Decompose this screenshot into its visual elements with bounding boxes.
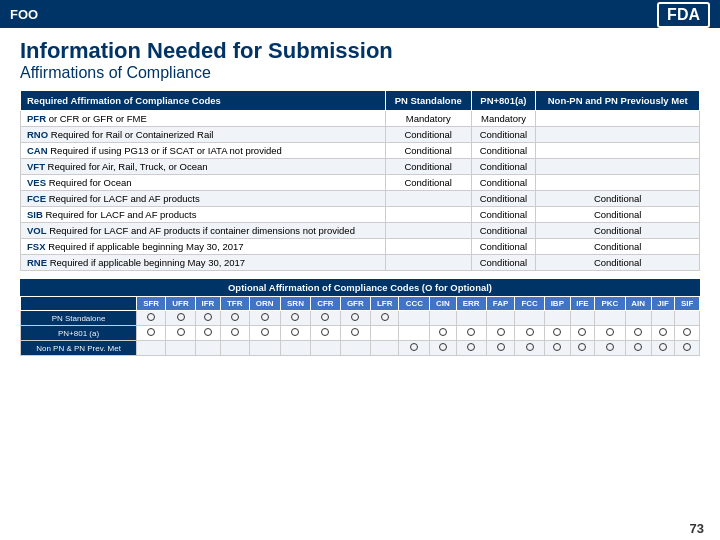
optional-cell (430, 341, 456, 356)
optional-cell (430, 326, 456, 341)
optional-cell (675, 326, 700, 341)
circle-icon (204, 328, 212, 336)
optional-cell (595, 326, 625, 341)
code-desc: Required if applicable beginning May 30,… (50, 257, 245, 268)
pn-cell (385, 191, 471, 207)
circle-icon (177, 313, 185, 321)
pn801-cell: Conditional (471, 223, 536, 239)
optional-cell (220, 326, 249, 341)
circle-icon (321, 328, 329, 336)
pn801-cell: Conditional (471, 127, 536, 143)
optional-col-header: IFE (570, 297, 595, 311)
optional-cell (515, 311, 545, 326)
circle-icon (683, 343, 691, 351)
code-abbr: VES (27, 177, 46, 188)
optional-cell (249, 341, 280, 356)
code-desc: Required for Rail or Containerized Rail (51, 129, 214, 140)
code-desc: or CFR or GFR or FME (49, 113, 147, 124)
optional-cell (544, 311, 570, 326)
code-abbr: FCE (27, 193, 46, 204)
code-desc: Required for LACF and AF products if con… (49, 225, 355, 236)
circle-icon (606, 343, 614, 351)
optional-cell (166, 311, 196, 326)
circle-icon (497, 328, 505, 336)
optional-cell (544, 326, 570, 341)
pn801-cell: Conditional (471, 159, 536, 175)
nonpn-cell (536, 127, 700, 143)
table-row: CAN Required if using PG13 or if SCAT or… (21, 143, 700, 159)
optional-cell (486, 311, 515, 326)
pn-cell: Conditional (385, 159, 471, 175)
circle-icon (553, 343, 561, 351)
circle-icon (147, 313, 155, 321)
code-desc: Required for Air, Rail, Truck, or Ocean (48, 161, 208, 172)
optional-row: PN Standalone (21, 311, 700, 326)
pn-cell: Conditional (385, 143, 471, 159)
pn-cell: Mandatory (385, 111, 471, 127)
optional-cell (570, 341, 595, 356)
circle-icon (204, 313, 212, 321)
nonpn-cell: Conditional (536, 191, 700, 207)
circle-icon (381, 313, 389, 321)
optional-row-label: PN Standalone (21, 311, 137, 326)
table-row: FSX Required if applicable beginning May… (21, 239, 700, 255)
pn-cell: Conditional (385, 127, 471, 143)
optional-cell (340, 341, 370, 356)
page-number: 73 (690, 521, 704, 536)
nonpn-cell (536, 175, 700, 191)
optional-cell (311, 341, 341, 356)
optional-cell (651, 341, 674, 356)
optional-cell (137, 326, 166, 341)
optional-cell (399, 311, 430, 326)
optional-col-header: CFR (311, 297, 341, 311)
col-header-pn: PN Standalone (385, 91, 471, 111)
optional-row-label: Non PN & PN Prev. Met (21, 341, 137, 356)
circle-icon (439, 343, 447, 351)
optional-cell (595, 341, 625, 356)
optional-cell (456, 326, 486, 341)
nonpn-cell (536, 159, 700, 175)
optional-row-label: PN+801 (a) (21, 326, 137, 341)
nonpn-cell: Conditional (536, 255, 700, 271)
optional-cell (570, 311, 595, 326)
circle-icon (231, 313, 239, 321)
circle-icon (606, 328, 614, 336)
optional-cell (137, 341, 166, 356)
optional-cell (544, 341, 570, 356)
optional-cell (166, 326, 196, 341)
circle-icon (291, 328, 299, 336)
optional-cell (595, 311, 625, 326)
optional-cell (651, 311, 674, 326)
optional-col-header: FAP (486, 297, 515, 311)
optional-table: SFRUFRIFRTFRORNSRNCFRGFRLFRCCCCINERRFAPF… (20, 296, 700, 356)
optional-cell (625, 341, 651, 356)
nonpn-cell: Conditional (536, 223, 700, 239)
optional-col-header: PKC (595, 297, 625, 311)
col-header-nonpn: Non-PN and PN Previously Met (536, 91, 700, 111)
circle-icon (351, 328, 359, 336)
optional-col-header: LFR (370, 297, 399, 311)
circle-icon (321, 313, 329, 321)
optional-col-header: TFR (220, 297, 249, 311)
circle-icon (351, 313, 359, 321)
optional-col-header: AIN (625, 297, 651, 311)
pn801-cell: Conditional (471, 175, 536, 191)
optional-cell (137, 311, 166, 326)
code-abbr: RNE (27, 257, 47, 268)
table-row: FCE Required for LACF and AF productsCon… (21, 191, 700, 207)
code-desc: Required if using PG13 or if SCAT or IAT… (50, 145, 282, 156)
optional-cell (675, 341, 700, 356)
main-content: Information Needed for Submission Affirm… (0, 28, 720, 362)
circle-icon (439, 328, 447, 336)
circle-icon (261, 313, 269, 321)
code-abbr: VFT (27, 161, 45, 172)
table-row: PFR or CFR or GFR or FMEMandatoryMandato… (21, 111, 700, 127)
code-desc: Required for Ocean (49, 177, 132, 188)
circle-icon (526, 343, 534, 351)
optional-col-header: SRN (280, 297, 310, 311)
optional-cell (220, 341, 249, 356)
optional-cell (249, 311, 280, 326)
optional-cell (456, 311, 486, 326)
optional-cell (340, 326, 370, 341)
optional-header: Optional Affirmation of Compliance Codes… (20, 279, 700, 296)
